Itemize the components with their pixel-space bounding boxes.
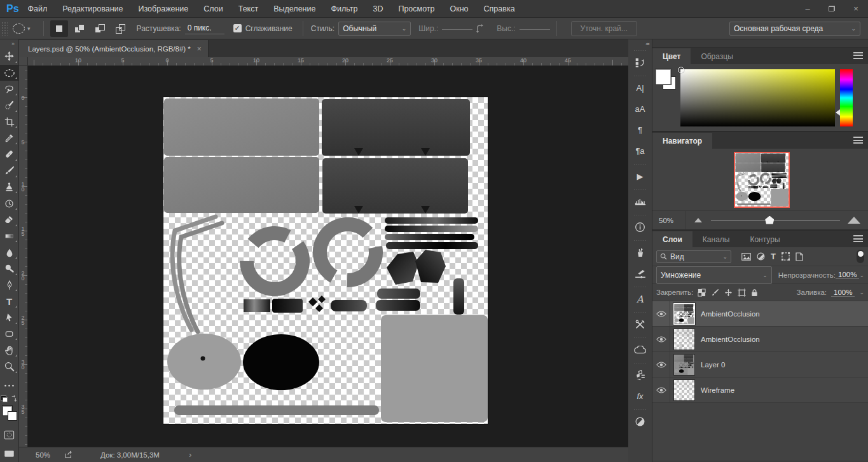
edit-toolbar-button[interactable] [0, 377, 19, 394]
intersect-selection-button[interactable] [111, 20, 129, 37]
horizontal-ruler[interactable]: 105051015202530354045 [28, 57, 628, 66]
adjustments-panel-icon[interactable] [628, 411, 652, 432]
chevron-down-icon[interactable]: ⌄ [859, 272, 864, 278]
layer-name[interactable]: AmbientOcclusion [701, 310, 760, 318]
layer-visibility-toggle[interactable] [652, 377, 670, 402]
tool-rounded-rectangle[interactable] [0, 326, 19, 343]
chevron-down-icon[interactable]: ⌄ [859, 289, 864, 296]
color-gradient-field[interactable] [680, 69, 835, 126]
layer-row[interactable]: AmbientOcclusion [652, 327, 868, 352]
layer-row[interactable]: Layer 0 [652, 352, 868, 377]
tool-eyedropper[interactable] [0, 130, 19, 146]
layer-thumbnail[interactable] [674, 355, 694, 375]
tool-clone-stamp[interactable] [0, 179, 19, 196]
lock-transparency-icon[interactable] [698, 289, 706, 297]
status-more-chevron[interactable]: › [189, 450, 191, 459]
workspace-dropdown[interactable]: Основная рабочая среда⌄ [729, 22, 860, 36]
tool-quick-selection[interactable] [0, 97, 19, 114]
layer-visibility-toggle[interactable] [652, 352, 670, 377]
feather-input[interactable]: 0 пикс. [185, 22, 224, 34]
navigator-zoom-field[interactable]: 50% [652, 211, 685, 229]
tool-blur[interactable] [0, 244, 19, 261]
photoshop-logo[interactable]: Ps [6, 3, 19, 15]
paragraph-styles-panel-icon[interactable]: ¶a [628, 140, 652, 161]
zoom-slider-thumb[interactable] [765, 216, 774, 224]
tool-eraser[interactable] [0, 212, 19, 228]
tool-lasso[interactable] [0, 81, 19, 97]
foreground-color-swatch[interactable] [656, 69, 671, 85]
filter-smart-objects-icon[interactable] [796, 252, 803, 261]
document-tab[interactable]: Layers.psd @ 50% (AmbientOcclusion, RGB/… [19, 40, 209, 57]
actions-panel-icon[interactable]: ▶ [628, 166, 652, 187]
hue-slider-arrow[interactable] [836, 109, 840, 116]
tool-elliptical-marquee[interactable] [0, 65, 19, 81]
zoom-out-icon[interactable] [694, 218, 702, 222]
tool-type[interactable]: T [0, 293, 19, 309]
tool-gradient[interactable] [0, 228, 19, 245]
new-selection-button[interactable] [50, 20, 68, 37]
character-panel-icon[interactable]: A| [628, 78, 652, 99]
layer-name[interactable]: AmbientOcclusion [701, 336, 760, 343]
filter-shape-layers-icon[interactable] [782, 252, 790, 261]
document-size-info[interactable]: Док: 3,00M/15,3M [100, 451, 160, 459]
panel-menu-icon[interactable] [853, 52, 863, 59]
zoom-level-field[interactable]: 50% [36, 451, 50, 459]
zoom-in-icon[interactable] [848, 217, 860, 224]
histogram-panel-icon[interactable] [628, 191, 652, 212]
blend-mode-dropdown[interactable]: Умножение ⌄ [656, 266, 772, 284]
swap-width-height-icon[interactable] [475, 24, 486, 34]
add-to-selection-button[interactable] [71, 20, 88, 37]
canvas-viewport[interactable] [28, 66, 628, 447]
hue-slider[interactable] [840, 69, 853, 126]
layer-thumbnail[interactable] [674, 380, 694, 400]
restore-button[interactable] [820, 0, 844, 17]
style-dropdown[interactable]: Обычный⌄ [338, 22, 411, 36]
close-button[interactable]: × [844, 0, 868, 17]
canvas-image[interactable] [163, 97, 488, 424]
layer-name[interactable]: Layer 0 [701, 361, 725, 369]
3d-panel-icon[interactable] [628, 365, 652, 386]
tool-hand[interactable] [0, 342, 19, 358]
tab-swatches[interactable]: Образцы [691, 48, 743, 64]
layer-thumbnail[interactable] [674, 329, 694, 350]
color-panel-swatches[interactable] [656, 69, 679, 92]
layer-thumbnail[interactable] [674, 304, 694, 324]
panel-menu-icon[interactable] [853, 137, 863, 144]
height-input[interactable] [520, 27, 550, 30]
layer-visibility-toggle[interactable] [652, 301, 670, 326]
share-document-icon[interactable] [64, 451, 74, 459]
minimize-button[interactable]: – [796, 0, 820, 17]
tool-brush[interactable] [0, 163, 19, 179]
fill-field[interactable]: 100% [831, 289, 855, 297]
navigator-preview[interactable] [734, 152, 790, 208]
tool-spot-healing-brush[interactable] [0, 146, 19, 163]
history-panel-icon[interactable] [628, 52, 652, 73]
ruler-origin-corner[interactable] [19, 57, 28, 66]
menu-image[interactable]: Изображение [139, 4, 189, 13]
menu-view[interactable]: Просмотр [398, 4, 434, 13]
menu-select[interactable]: Выделение [273, 4, 315, 13]
navigator-zoom-slider[interactable] [711, 220, 840, 221]
layer-row[interactable]: AmbientOcclusion [652, 301, 868, 327]
layer-filter-dropdown[interactable]: Вид ⌄ [656, 250, 731, 263]
menu-filter[interactable]: Фильтр [331, 4, 357, 13]
quick-mask-button[interactable] [0, 427, 19, 444]
lock-pixels-icon[interactable] [711, 289, 719, 297]
default-colors-icon[interactable] [1, 395, 8, 402]
menu-file[interactable]: Файл [28, 4, 48, 13]
menu-type[interactable]: Текст [238, 4, 258, 13]
tool-zoom[interactable] [0, 358, 19, 375]
subtract-from-selection-button[interactable] [91, 20, 109, 37]
styles-panel-icon[interactable]: fx [628, 386, 652, 407]
layer-visibility-toggle[interactable] [652, 327, 670, 351]
tool-history-brush[interactable] [0, 195, 19, 212]
menu-window[interactable]: Окно [450, 4, 469, 13]
tab-channels[interactable]: Каналы [692, 231, 740, 247]
tab-paths[interactable]: Контуры [740, 231, 790, 247]
active-tool-preset[interactable]: ▾ [13, 24, 31, 34]
tool-presets-panel-icon[interactable] [628, 242, 652, 263]
refine-edge-button[interactable]: Уточн. край... [571, 21, 637, 36]
expand-panels-icon[interactable]: ◂◂ [645, 39, 649, 48]
filter-pixel-layers-icon[interactable] [741, 253, 751, 261]
opacity-field[interactable]: 100% [836, 271, 859, 279]
